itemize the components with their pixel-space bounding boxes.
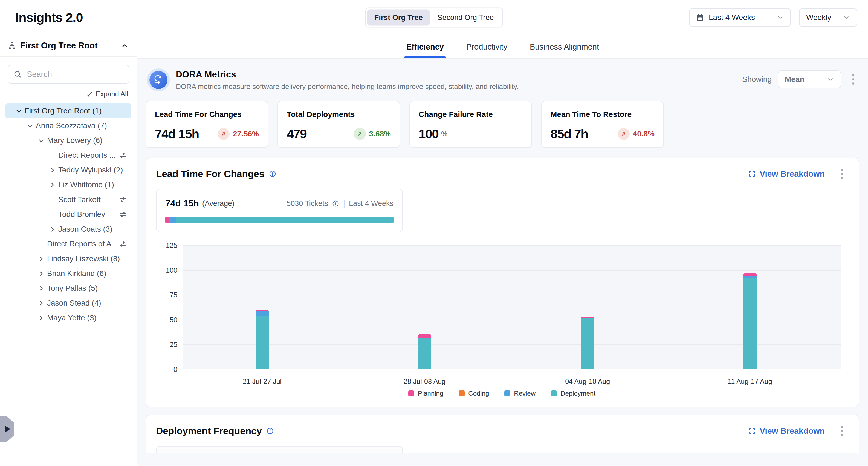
tree-item[interactable]: Jason Coats (3) [5,222,131,237]
view-breakdown-label: View Breakdown [760,426,825,436]
stacked-bar-04-aug-10-aug[interactable] [581,317,594,369]
tree-item-label: Anna Scozzafava (7) [36,121,107,130]
tab-efficiency[interactable]: Efficiency [404,42,446,58]
dora-cycle-icon [149,71,167,89]
lead-time-kebab-menu-icon[interactable] [836,167,848,181]
breakdown-expand-icon [748,170,756,178]
chevron-down-icon[interactable] [24,123,36,129]
x-tick-label: 11 Aug-17 Aug [727,378,772,385]
legend-swatch [408,390,414,397]
meta-divider: | [343,199,345,208]
chevron-right-icon[interactable] [35,270,47,277]
summary-row: 74d 15h (Average) 5030 Tickets | Last 4 … [165,198,394,209]
tree-item[interactable]: Scott Tarkett [5,192,131,207]
chevron-right-icon[interactable] [46,226,58,232]
metric-value: 479 [287,126,307,141]
granularity-select[interactable]: Weekly [799,8,857,27]
trend-percentage: 27.56% [233,129,259,138]
info-icon[interactable] [332,200,339,207]
chevron-right-icon[interactable] [46,182,58,188]
gridline [183,245,841,246]
legend-swatch [504,390,510,397]
info-icon[interactable] [269,170,276,178]
metric-cards-row: Lead Time For Changes74d 15h27.56%Total … [146,101,859,148]
filters-icon[interactable] [119,240,126,248]
metric-value: 100 [419,126,438,141]
search-input[interactable] [8,65,129,84]
date-range-select[interactable]: Last 4 Weeks [689,8,791,27]
tree-item[interactable]: Liz Whittome (1) [5,177,131,192]
tree-item[interactable]: Mary Lowery (6) [5,133,131,148]
tab-productivity[interactable]: Productivity [464,42,509,58]
gridline [183,295,841,295]
lead-time-title-text: Lead Time For Changes [156,168,264,179]
metric-card-title: Mean Time To Restore [551,110,655,119]
granularity-value: Weekly [806,13,838,22]
bar-segment-deployment [743,279,756,369]
summary-meta: 5030 Tickets | Last 4 Weeks [286,199,394,208]
chevron-down-icon[interactable] [35,138,47,144]
stacked-bar-11-aug-17-aug[interactable] [743,273,756,369]
aggregation-select[interactable]: Mean [778,70,841,88]
summary-value: 74d 15h [165,198,199,209]
filters-icon[interactable] [119,196,126,203]
dora-kebab-menu-icon[interactable] [847,72,859,86]
tree-item[interactable]: Tony Pallas (5) [5,281,131,296]
tree-item[interactable]: Lindsay Liszewski (8) [5,251,131,266]
view-breakdown-button[interactable]: View Breakdown [748,426,825,436]
phase-segment-deployment [176,217,394,223]
calendar-icon [696,14,704,21]
tab-business-alignment[interactable]: Business Alignment [528,42,601,58]
tree-item[interactable]: Brian Kirkland (6) [5,266,131,281]
stacked-bar-21-jul-27-jul[interactable] [256,311,269,369]
bar-segment-deployment [418,338,431,369]
info-icon[interactable] [266,427,274,435]
showing-label: Showing [742,75,772,84]
deployment-frequency-header: Deployment Frequency View Breakdown [156,424,848,438]
chevron-right-icon[interactable] [35,315,47,321]
tree-item-label: Maya Yette (3) [47,314,97,322]
chevron-right-icon[interactable] [35,285,47,292]
chevron-down-icon [777,14,784,21]
plot-area [183,245,841,369]
trend-up-arrow-icon [354,128,366,140]
org-toggle-first-org-tree[interactable]: First Org Tree [367,9,430,26]
legend-label: Coding [468,389,489,397]
stacked-bar-28-jul-03-aug[interactable] [418,334,431,369]
chevron-down-icon[interactable] [12,108,25,114]
bar-segment-planning [743,273,756,276]
tree-item[interactable]: Teddy Wylupski (2) [5,163,131,177]
chevron-right-icon[interactable] [35,256,47,262]
tree-item[interactable]: Direct Reports ... [5,148,131,163]
tree-item[interactable]: Jason Stead (4) [5,296,131,311]
x-axis-labels: 21 Jul-27 Jul28 Jul-03 Aug04 Aug-10 Aug1… [183,369,841,387]
view-breakdown-button[interactable]: View Breakdown [748,169,825,178]
deployment-frequency-title-text: Deployment Frequency [156,426,262,436]
chevron-right-icon[interactable] [35,300,47,307]
chevron-right-icon[interactable] [46,167,58,173]
y-axis-labels: 1251007550250 [156,245,183,369]
body-row: First Org Tree Root Expand All First Org… [0,35,868,466]
tree-item[interactable]: Direct Reports of A... [5,237,131,251]
org-toggle-second-org-tree[interactable]: Second Org Tree [430,9,501,26]
expand-all-button[interactable]: Expand All [0,85,137,101]
metric-value-row: 100% [419,126,523,141]
deployment-frequency-kebab-menu-icon[interactable] [836,424,848,438]
tree-item[interactable]: Todd Bromley [5,207,131,222]
metric-value-row: 85d 7h40.8% [551,126,655,141]
chevron-down-icon [843,14,850,21]
view-breakdown-label: View Breakdown [760,169,825,178]
tree-item[interactable]: Maya Yette (3) [5,311,131,325]
filters-icon[interactable] [119,211,126,218]
metric-value: 74d 15h [155,126,199,141]
metric-card-total-deployments: Total Deployments4793.68% [277,101,400,148]
tabs-bar: EfficiencyProductivityBusiness Alignment [137,35,868,59]
tree-item[interactable]: First Org Tree Root (1) [5,104,131,118]
filters-icon[interactable] [119,152,126,159]
expand-all-icon [87,91,93,97]
y-tick-label: 125 [166,241,177,250]
tree-item[interactable]: Anna Scozzafava (7) [5,118,131,133]
collapse-panel-chevron-up-icon[interactable] [121,42,129,50]
phase-distribution-bar [165,217,394,223]
main-area: EfficiencyProductivityBusiness Alignment… [137,35,868,466]
